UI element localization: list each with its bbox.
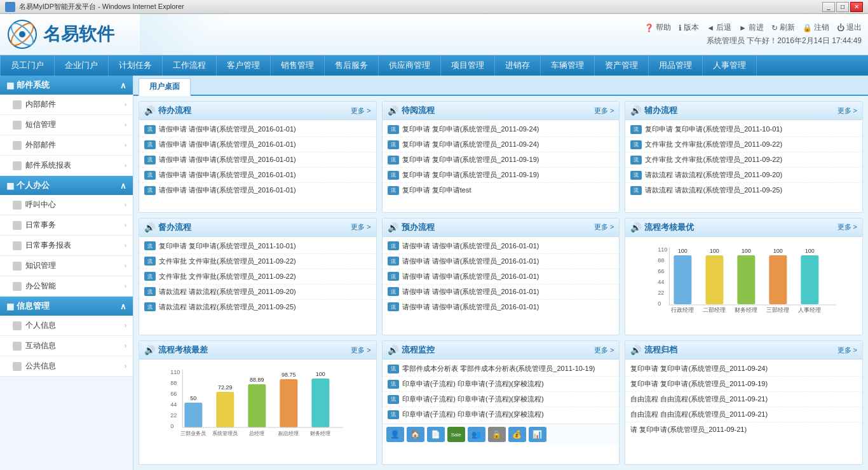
nav-item-customer[interactable]: 客户管理 <box>217 55 271 76</box>
list-item[interactable]: 流 请款流程 请款流程(系统管理员_2011-09-25) <box>625 183 862 198</box>
sidebar-item-mail-report[interactable]: 邮件系统报表 › <box>0 156 133 176</box>
monitor-icon-1[interactable]: 👤 <box>386 427 404 442</box>
worst-flow-more[interactable]: 更多 > <box>351 346 370 355</box>
list-item[interactable]: 流 复印申请 复印申请(系统管理员_2011-10-01) <box>139 239 376 254</box>
list-item[interactable]: 流 印章申请(子流程) 印章申请(子流程)(穿梭流程) <box>383 377 620 392</box>
done-flow-more[interactable]: 更多 > <box>351 222 370 232</box>
sidebar-item-call-center[interactable]: 呼叫中心 › <box>0 195 133 215</box>
list-item[interactable]: 流 请假申请 请假申请(系统管理员_2016-01-01) <box>139 152 376 168</box>
logout-button[interactable]: 🔒 注销 <box>803 22 829 33</box>
sidebar-item-sms[interactable]: 短信管理 › <box>0 115 133 135</box>
sidebar-item-knowledge[interactable]: 知识管理 › <box>0 256 133 276</box>
list-item[interactable]: 流 请款流程 请款流程(系统管理员_2011-09-20) <box>139 285 376 300</box>
list-item[interactable]: 流 复印申请 复印申请(系统管理员_2011-09-24) <box>383 137 620 152</box>
list-item[interactable]: 复印申请 复印申请(系统管理员_2011-09-24) <box>625 361 862 377</box>
list-item[interactable]: 流 复印申请 复印申请(系统管理员_2011-09-19) <box>383 168 620 183</box>
list-item[interactable]: 流 印章申请(子流程) 印章申请(子流程)(穿梭流程) <box>383 392 620 407</box>
speaker-icon-9: 🔊 <box>630 345 641 355</box>
nav-item-aftersales[interactable]: 售后服务 <box>325 55 379 76</box>
nav-item-workflow[interactable]: 工作流程 <box>163 55 217 76</box>
nav-item-inventory[interactable]: 进销存 <box>495 55 541 76</box>
pending-flow-more[interactable]: 更多 > <box>351 106 370 116</box>
list-item[interactable]: 流 请假申请 请假申请(系统管理员_2016-01-01) <box>383 254 620 269</box>
help-button[interactable]: ❓ 帮助 <box>644 22 671 33</box>
sidebar-item-interactive[interactable]: 互动信息 › <box>0 336 133 356</box>
nav-item-tasks[interactable]: 计划任务 <box>109 55 163 76</box>
back-button[interactable]: ◄ 后退 <box>707 22 731 33</box>
exit-button[interactable]: ⏻ 退出 <box>837 22 862 33</box>
logo-icon <box>6 18 38 50</box>
sidebar-section-email[interactable]: ▦ 邮件系统 ∧ <box>0 76 133 95</box>
minimize-button[interactable]: _ <box>822 2 835 12</box>
flow-archive-more[interactable]: 更多 > <box>837 346 857 355</box>
list-item[interactable]: 流 请假申请 请假申请(系统管理员_2016-01-01) <box>139 137 376 152</box>
sidebar-item-external-mail[interactable]: 外部邮件 › <box>0 135 133 156</box>
nav-item-vehicle[interactable]: 车辆管理 <box>541 55 595 76</box>
sidebar-item-smart-office[interactable]: 办公智能 › <box>0 276 133 297</box>
list-item[interactable]: 请 复印申请(系统管理员_2011-09-21) <box>625 422 862 437</box>
list-item[interactable]: 流 请款流程 请款流程(系统管理员_2011-09-25) <box>139 300 376 314</box>
flow-archive-title: 流程归档 <box>644 344 837 356</box>
list-item[interactable]: 流 文件审批 文件审批(系统管理员_2011-09-22) <box>625 137 862 152</box>
list-item[interactable]: 流 请假申请 请假申请(系统管理员_2016-01-01) <box>383 269 620 285</box>
list-item[interactable]: 流 请假申请 请假申请(系统管理员_2016-01-01) <box>139 122 376 137</box>
pending-read-more[interactable]: 更多 > <box>594 106 614 116</box>
list-item[interactable]: 流 文件审批 文件审批(系统管理员_2011-09-22) <box>625 152 862 168</box>
monitor-icon-2[interactable]: 🏠 <box>407 427 424 442</box>
list-item[interactable]: 流 请假申请 请假申请(系统管理员_2016-01-01) <box>139 183 376 198</box>
flow-row-icon: 流 <box>630 171 642 180</box>
monitor-icon-3[interactable]: 📄 <box>427 427 445 442</box>
nav-item-project[interactable]: 项目管理 <box>441 55 495 76</box>
nav-item-hr[interactable]: 人事管理 <box>703 55 757 76</box>
list-item[interactable]: 流 复印申请 复印申请(系统管理员_2011-09-24) <box>383 122 620 137</box>
list-item[interactable]: 流 请假申请 请假申请(系统管理员_2016-01-01) <box>383 239 620 254</box>
list-item[interactable]: 流 请假申请 请假申请(系统管理员_2016-01-01) <box>383 300 620 314</box>
pre-flow-more[interactable]: 更多 > <box>594 222 614 232</box>
close-button[interactable]: ✕ <box>850 2 863 12</box>
sidebar-section-info[interactable]: ▦ 信息管理 ∧ <box>0 297 133 316</box>
sidebar-item-public-info[interactable]: 公共信息 › <box>0 356 133 377</box>
version-button[interactable]: ℹ 版本 <box>679 22 699 33</box>
sidebar-item-personal-info[interactable]: 个人信息 › <box>0 316 133 336</box>
maximize-button[interactable]: □ <box>836 2 849 12</box>
flow-monitor-header: 🔊 流程监控 更多 > <box>383 341 620 359</box>
refresh-button[interactable]: ↻ 刷新 <box>771 22 795 33</box>
monitor-icon-4[interactable]: 👥 <box>468 427 485 442</box>
tab-user-desktop[interactable]: 用户桌面 <box>139 78 191 96</box>
list-item[interactable]: 流 印章申请(子流程) 印章申请(子流程)(穿梭流程) <box>383 407 620 422</box>
list-item[interactable]: 流 请假申请 请假申请(系统管理员_2016-01-01) <box>383 285 620 300</box>
list-item[interactable]: 自由流程 自由流程(系统管理员_2011-09-21) <box>625 392 862 407</box>
monitor-icon-5[interactable]: 🔒 <box>488 427 506 442</box>
sidebar-item-daily-report[interactable]: 日常事务报表 › <box>0 236 133 256</box>
list-item[interactable]: 流 零部件成本分析表 零部件成本分析表(系统管理员_2011-10-19) <box>383 361 620 377</box>
sidebar-section-personal[interactable]: ▦ 个人办公 ∧ <box>0 176 133 195</box>
nav-item-assets[interactable]: 资产管理 <box>595 55 649 76</box>
list-item[interactable]: 流 文件审批 文件审批(系统管理员_2011-09-22) <box>139 254 376 269</box>
list-item[interactable]: 流 复印申请 复印申请(系统管理员_2011-10-01) <box>625 122 862 137</box>
sidebar-item-internal-mail[interactable]: 内部邮件 › <box>0 95 133 115</box>
list-item[interactable]: 流 请假申请 请假申请(系统管理员_2016-01-01) <box>139 168 376 183</box>
list-item[interactable]: 流 请款流程 请款流程(系统管理员_2011-09-20) <box>625 168 862 183</box>
nav-item-employee[interactable]: 员工门户 <box>0 55 55 76</box>
flow-monitor-more[interactable]: 更多 > <box>594 346 614 355</box>
nav-item-enterprise[interactable]: 企业门户 <box>55 55 109 76</box>
list-item[interactable]: 复印申请 复印申请(系统管理员_2011-09-19) <box>625 377 862 392</box>
list-item[interactable]: 自由流程 自由流程(系统管理员_2011-09-21) <box>625 407 862 422</box>
sms-icon <box>13 121 22 130</box>
monitor-icon-7[interactable]: 📊 <box>529 427 546 442</box>
list-item[interactable]: 流 复印申请 复印申请(系统管理员_2011-09-19) <box>383 152 620 168</box>
nav-item-sales[interactable]: 销售管理 <box>271 55 325 76</box>
monitor-icon-6[interactable]: 💰 <box>508 427 526 442</box>
best-flow-more[interactable]: 更多 > <box>837 222 857 232</box>
email-collapse-icon: ∧ <box>120 81 126 90</box>
assist-flow-more[interactable]: 更多 > <box>837 106 857 116</box>
speaker-icon-2: 🔊 <box>388 105 398 116</box>
nav-item-supplies[interactable]: 用品管理 <box>649 55 703 76</box>
list-item[interactable]: 流 复印申请 复印申请test <box>383 183 620 198</box>
sidebar-item-daily[interactable]: 日常事务 › <box>0 215 133 236</box>
nav-item-supplier[interactable]: 供应商管理 <box>379 55 441 76</box>
svg-text:88: 88 <box>658 257 665 264</box>
forward-button[interactable]: ► 前进 <box>739 22 764 33</box>
monitor-icon-sale[interactable]: Sale <box>447 427 465 442</box>
list-item[interactable]: 流 文件审批 文件审批(系统管理员_2011-09-22) <box>139 269 376 285</box>
